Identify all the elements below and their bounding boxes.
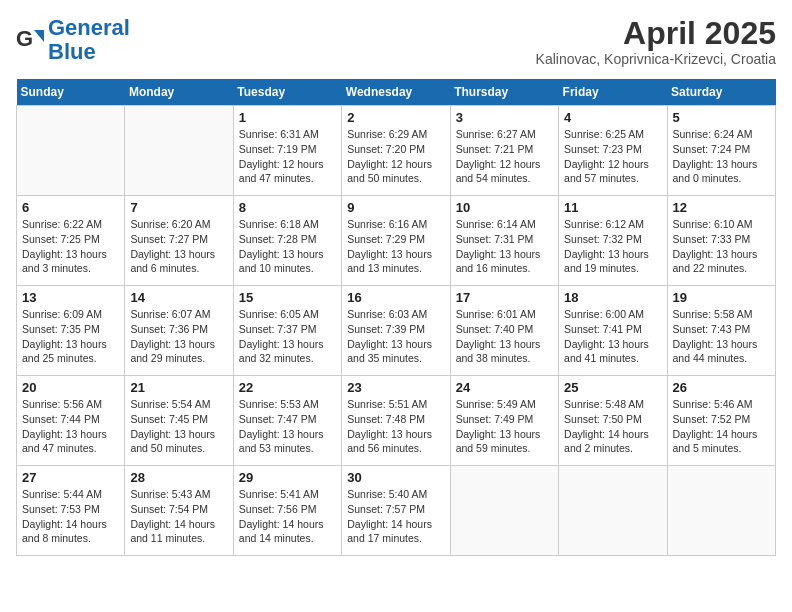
day-number: 2 xyxy=(347,110,444,125)
day-info: Sunrise: 5:56 AM Sunset: 7:44 PM Dayligh… xyxy=(22,397,119,456)
day-number: 9 xyxy=(347,200,444,215)
calendar-cell: 15Sunrise: 6:05 AM Sunset: 7:37 PM Dayli… xyxy=(233,286,341,376)
logo-icon: G xyxy=(16,26,44,54)
calendar-cell: 23Sunrise: 5:51 AM Sunset: 7:48 PM Dayli… xyxy=(342,376,450,466)
day-number: 6 xyxy=(22,200,119,215)
day-info: Sunrise: 5:54 AM Sunset: 7:45 PM Dayligh… xyxy=(130,397,227,456)
calendar-cell: 24Sunrise: 5:49 AM Sunset: 7:49 PM Dayli… xyxy=(450,376,558,466)
calendar-cell: 21Sunrise: 5:54 AM Sunset: 7:45 PM Dayli… xyxy=(125,376,233,466)
day-info: Sunrise: 6:18 AM Sunset: 7:28 PM Dayligh… xyxy=(239,217,336,276)
day-number: 18 xyxy=(564,290,661,305)
day-info: Sunrise: 5:40 AM Sunset: 7:57 PM Dayligh… xyxy=(347,487,444,546)
calendar-cell: 14Sunrise: 6:07 AM Sunset: 7:36 PM Dayli… xyxy=(125,286,233,376)
day-number: 12 xyxy=(673,200,770,215)
logo-text: General Blue xyxy=(48,16,130,64)
calendar-cell: 27Sunrise: 5:44 AM Sunset: 7:53 PM Dayli… xyxy=(17,466,125,556)
calendar-cell xyxy=(559,466,667,556)
calendar-cell: 18Sunrise: 6:00 AM Sunset: 7:41 PM Dayli… xyxy=(559,286,667,376)
day-info: Sunrise: 6:22 AM Sunset: 7:25 PM Dayligh… xyxy=(22,217,119,276)
calendar-header-row: SundayMondayTuesdayWednesdayThursdayFrid… xyxy=(17,79,776,106)
calendar-cell: 12Sunrise: 6:10 AM Sunset: 7:33 PM Dayli… xyxy=(667,196,775,286)
day-info: Sunrise: 5:58 AM Sunset: 7:43 PM Dayligh… xyxy=(673,307,770,366)
calendar-cell: 11Sunrise: 6:12 AM Sunset: 7:32 PM Dayli… xyxy=(559,196,667,286)
calendar-cell: 26Sunrise: 5:46 AM Sunset: 7:52 PM Dayli… xyxy=(667,376,775,466)
day-info: Sunrise: 5:49 AM Sunset: 7:49 PM Dayligh… xyxy=(456,397,553,456)
day-of-week-header: Tuesday xyxy=(233,79,341,106)
day-number: 27 xyxy=(22,470,119,485)
calendar-cell: 2Sunrise: 6:29 AM Sunset: 7:20 PM Daylig… xyxy=(342,106,450,196)
day-info: Sunrise: 5:48 AM Sunset: 7:50 PM Dayligh… xyxy=(564,397,661,456)
month-title: April 2025 xyxy=(536,16,776,51)
day-number: 20 xyxy=(22,380,119,395)
calendar-cell: 19Sunrise: 5:58 AM Sunset: 7:43 PM Dayli… xyxy=(667,286,775,376)
svg-marker-1 xyxy=(34,30,44,42)
calendar-cell: 10Sunrise: 6:14 AM Sunset: 7:31 PM Dayli… xyxy=(450,196,558,286)
calendar-cell: 5Sunrise: 6:24 AM Sunset: 7:24 PM Daylig… xyxy=(667,106,775,196)
day-number: 24 xyxy=(456,380,553,395)
day-info: Sunrise: 6:01 AM Sunset: 7:40 PM Dayligh… xyxy=(456,307,553,366)
calendar-table: SundayMondayTuesdayWednesdayThursdayFrid… xyxy=(16,79,776,556)
day-number: 26 xyxy=(673,380,770,395)
day-info: Sunrise: 6:24 AM Sunset: 7:24 PM Dayligh… xyxy=(673,127,770,186)
page-header: G General Blue April 2025 Kalinovac, Kop… xyxy=(16,16,776,67)
day-info: Sunrise: 6:07 AM Sunset: 7:36 PM Dayligh… xyxy=(130,307,227,366)
day-info: Sunrise: 6:20 AM Sunset: 7:27 PM Dayligh… xyxy=(130,217,227,276)
day-info: Sunrise: 6:05 AM Sunset: 7:37 PM Dayligh… xyxy=(239,307,336,366)
day-number: 14 xyxy=(130,290,227,305)
calendar-body: 1Sunrise: 6:31 AM Sunset: 7:19 PM Daylig… xyxy=(17,106,776,556)
day-info: Sunrise: 6:00 AM Sunset: 7:41 PM Dayligh… xyxy=(564,307,661,366)
day-number: 23 xyxy=(347,380,444,395)
day-info: Sunrise: 6:25 AM Sunset: 7:23 PM Dayligh… xyxy=(564,127,661,186)
calendar-week-row: 6Sunrise: 6:22 AM Sunset: 7:25 PM Daylig… xyxy=(17,196,776,286)
day-number: 8 xyxy=(239,200,336,215)
calendar-cell: 22Sunrise: 5:53 AM Sunset: 7:47 PM Dayli… xyxy=(233,376,341,466)
calendar-cell: 1Sunrise: 6:31 AM Sunset: 7:19 PM Daylig… xyxy=(233,106,341,196)
day-number: 10 xyxy=(456,200,553,215)
day-info: Sunrise: 6:14 AM Sunset: 7:31 PM Dayligh… xyxy=(456,217,553,276)
day-info: Sunrise: 5:43 AM Sunset: 7:54 PM Dayligh… xyxy=(130,487,227,546)
calendar-cell: 16Sunrise: 6:03 AM Sunset: 7:39 PM Dayli… xyxy=(342,286,450,376)
day-number: 5 xyxy=(673,110,770,125)
day-number: 13 xyxy=(22,290,119,305)
location: Kalinovac, Koprivnica-Krizevci, Croatia xyxy=(536,51,776,67)
day-info: Sunrise: 6:10 AM Sunset: 7:33 PM Dayligh… xyxy=(673,217,770,276)
day-info: Sunrise: 6:03 AM Sunset: 7:39 PM Dayligh… xyxy=(347,307,444,366)
day-of-week-header: Thursday xyxy=(450,79,558,106)
calendar-cell: 13Sunrise: 6:09 AM Sunset: 7:35 PM Dayli… xyxy=(17,286,125,376)
calendar-week-row: 13Sunrise: 6:09 AM Sunset: 7:35 PM Dayli… xyxy=(17,286,776,376)
calendar-week-row: 27Sunrise: 5:44 AM Sunset: 7:53 PM Dayli… xyxy=(17,466,776,556)
title-block: April 2025 Kalinovac, Koprivnica-Krizevc… xyxy=(536,16,776,67)
day-of-week-header: Wednesday xyxy=(342,79,450,106)
day-of-week-header: Monday xyxy=(125,79,233,106)
day-info: Sunrise: 5:46 AM Sunset: 7:52 PM Dayligh… xyxy=(673,397,770,456)
day-info: Sunrise: 6:09 AM Sunset: 7:35 PM Dayligh… xyxy=(22,307,119,366)
day-info: Sunrise: 5:51 AM Sunset: 7:48 PM Dayligh… xyxy=(347,397,444,456)
calendar-cell: 29Sunrise: 5:41 AM Sunset: 7:56 PM Dayli… xyxy=(233,466,341,556)
calendar-cell xyxy=(125,106,233,196)
calendar-cell: 9Sunrise: 6:16 AM Sunset: 7:29 PM Daylig… xyxy=(342,196,450,286)
day-number: 1 xyxy=(239,110,336,125)
svg-text:G: G xyxy=(16,26,33,51)
calendar-cell: 4Sunrise: 6:25 AM Sunset: 7:23 PM Daylig… xyxy=(559,106,667,196)
calendar-cell: 28Sunrise: 5:43 AM Sunset: 7:54 PM Dayli… xyxy=(125,466,233,556)
logo: G General Blue xyxy=(16,16,130,64)
calendar-cell: 17Sunrise: 6:01 AM Sunset: 7:40 PM Dayli… xyxy=(450,286,558,376)
calendar-cell: 6Sunrise: 6:22 AM Sunset: 7:25 PM Daylig… xyxy=(17,196,125,286)
day-number: 28 xyxy=(130,470,227,485)
day-number: 29 xyxy=(239,470,336,485)
day-of-week-header: Saturday xyxy=(667,79,775,106)
calendar-cell: 7Sunrise: 6:20 AM Sunset: 7:27 PM Daylig… xyxy=(125,196,233,286)
calendar-cell xyxy=(450,466,558,556)
day-number: 15 xyxy=(239,290,336,305)
day-number: 19 xyxy=(673,290,770,305)
calendar-cell: 25Sunrise: 5:48 AM Sunset: 7:50 PM Dayli… xyxy=(559,376,667,466)
day-number: 21 xyxy=(130,380,227,395)
day-info: Sunrise: 5:53 AM Sunset: 7:47 PM Dayligh… xyxy=(239,397,336,456)
day-number: 22 xyxy=(239,380,336,395)
calendar-cell: 3Sunrise: 6:27 AM Sunset: 7:21 PM Daylig… xyxy=(450,106,558,196)
calendar-week-row: 1Sunrise: 6:31 AM Sunset: 7:19 PM Daylig… xyxy=(17,106,776,196)
day-info: Sunrise: 6:29 AM Sunset: 7:20 PM Dayligh… xyxy=(347,127,444,186)
calendar-week-row: 20Sunrise: 5:56 AM Sunset: 7:44 PM Dayli… xyxy=(17,376,776,466)
day-of-week-header: Sunday xyxy=(17,79,125,106)
day-info: Sunrise: 6:31 AM Sunset: 7:19 PM Dayligh… xyxy=(239,127,336,186)
